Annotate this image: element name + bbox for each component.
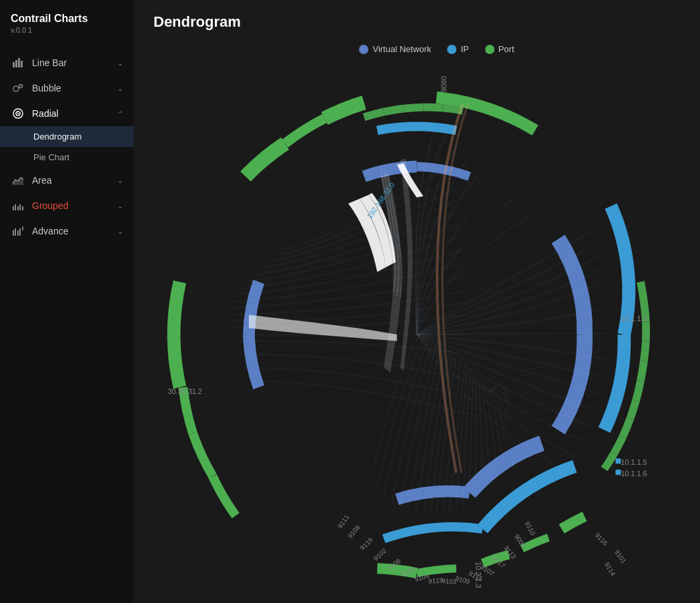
legend-item-port: Port xyxy=(485,44,514,54)
sidebar-item-line-bar-label: Line Bar xyxy=(32,57,117,68)
label-10-1-1-5: 10.1.1.5 xyxy=(621,458,647,466)
sidebar-sub-item-dendrogram-label: Dendrogram xyxy=(33,132,81,142)
grouped-icon xyxy=(11,200,25,212)
indicator-10-1-1-5 xyxy=(615,458,621,463)
sidebar-item-grouped[interactable]: Grouped ⌄ xyxy=(0,193,133,218)
label-9116: 9116 xyxy=(593,532,609,548)
chevron-down-icon: ⌄ xyxy=(117,85,123,92)
label-10-1-1-6: 10.1.1.6 xyxy=(621,469,647,477)
svg-rect-12 xyxy=(17,206,19,210)
sidebar-item-grouped-label: Grouped xyxy=(32,200,117,211)
svg-rect-1 xyxy=(15,60,17,67)
chevron-down-icon: ⌄ xyxy=(117,228,123,235)
svg-rect-2 xyxy=(18,58,20,67)
chart-area: Virtual Network IP Port xyxy=(133,37,700,603)
svg-rect-18 xyxy=(19,228,21,236)
svg-rect-16 xyxy=(15,228,16,236)
sidebar-header: Contrail Charts v.0.0.1 xyxy=(0,0,133,37)
legend-item-virtual-network: Virtual Network xyxy=(359,44,431,54)
sidebar-sub-item-pie-chart-label: Pie Chart xyxy=(33,152,69,162)
sidebar-item-advance-label: Advance xyxy=(32,226,117,236)
legend-dot-ip xyxy=(447,45,456,54)
chevron-down-icon: ⌄ xyxy=(117,202,123,210)
legend-label-port: Port xyxy=(498,44,514,54)
svg-rect-14 xyxy=(22,206,23,210)
chevron-down-icon: ⌄ xyxy=(117,177,123,184)
sidebar-nav: Line Bar ⌄ Bubble ⌄ Radia xyxy=(0,50,133,244)
chevron-down-icon: ⌄ xyxy=(117,59,123,67)
sidebar: Contrail Charts v.0.0.1 Line Bar ⌄ xyxy=(0,0,133,603)
sidebar-item-area-label: Area xyxy=(32,175,117,186)
legend-label-virtual-network: Virtual Network xyxy=(372,44,431,54)
svg-rect-10 xyxy=(13,206,14,210)
sidebar-item-line-bar[interactable]: Line Bar ⌄ xyxy=(0,50,133,75)
legend-dot-port xyxy=(485,45,494,54)
sidebar-item-radial[interactable]: Radial ⌃ xyxy=(0,101,133,126)
bubble-icon xyxy=(11,82,25,94)
svg-rect-17 xyxy=(17,230,19,236)
label-9101: 9101 xyxy=(613,548,628,564)
label-9114: 9114 xyxy=(603,561,617,578)
area-icon xyxy=(11,174,25,186)
sidebar-sub-item-dendrogram[interactable]: Dendrogram xyxy=(0,126,133,147)
svg-point-8 xyxy=(17,113,19,114)
bar-chart-icon xyxy=(11,57,25,69)
svg-rect-11 xyxy=(15,204,16,210)
sidebar-item-radial-label: Radial xyxy=(32,108,117,119)
app-title: Contrail Charts xyxy=(11,12,123,25)
svg-rect-13 xyxy=(19,204,21,210)
page-title: Dendrogram xyxy=(133,0,700,37)
sidebar-sub-item-pie-chart[interactable]: Pie Chart xyxy=(0,147,133,168)
indicator-10-1-1-6 xyxy=(615,469,621,475)
chevron-up-icon: ⌃ xyxy=(117,110,123,118)
sidebar-item-bubble-label: Bubble xyxy=(32,83,117,93)
svg-rect-0 xyxy=(13,62,15,67)
dendrogram-chart: 9080 192.168.32.0 30.30.31.2 10.1.1.3 10… xyxy=(147,61,687,603)
svg-rect-3 xyxy=(21,61,23,67)
svg-rect-15 xyxy=(13,230,14,236)
legend-label-ip: IP xyxy=(460,44,468,54)
label-9080: 9080 xyxy=(440,76,448,92)
label-30-30-31-2: 30.30.31.2 xyxy=(168,387,202,395)
svg-marker-9 xyxy=(13,178,23,185)
main-content: Dendrogram Virtual Network IP Port xyxy=(133,0,700,603)
sidebar-item-bubble[interactable]: Bubble ⌄ xyxy=(0,75,133,101)
sidebar-item-area[interactable]: Area ⌄ xyxy=(0,168,133,193)
advance-icon xyxy=(11,225,25,237)
legend-item-ip: IP xyxy=(447,44,468,54)
svg-point-5 xyxy=(19,85,23,88)
radial-icon xyxy=(11,108,25,120)
svg-point-4 xyxy=(13,86,19,91)
label-10-1-1-3: 10.1.1.3 xyxy=(621,315,647,323)
app-version: v.0.0.1 xyxy=(11,26,123,34)
sidebar-item-advance[interactable]: Advance ⌄ xyxy=(0,218,133,244)
dendrogram-svg: 9080 192.168.32.0 30.30.31.2 10.1.1.3 10… xyxy=(147,61,687,603)
legend-dot-virtual-network xyxy=(359,45,368,54)
chart-legend: Virtual Network IP Port xyxy=(359,44,514,54)
